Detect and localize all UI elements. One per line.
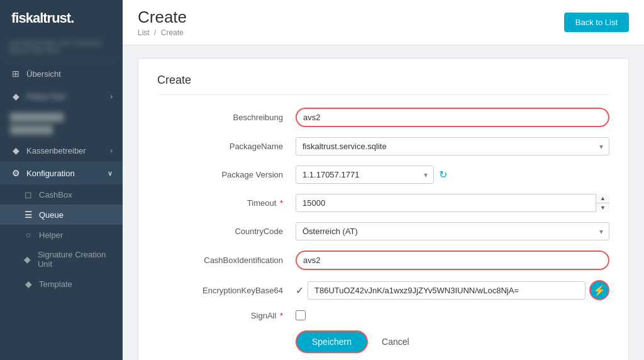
breadcrumb-current: Create bbox=[161, 28, 184, 37]
diamond-icon: ◆ bbox=[10, 91, 21, 101]
packagename-row: PackageName fiskaltrust.service.sqlite f… bbox=[157, 137, 609, 155]
required-marker: * bbox=[277, 311, 283, 320]
sidebar: fiskaltrust. user@example.com Company Na… bbox=[0, 0, 123, 360]
sidebar-item-label: Helper bbox=[39, 230, 63, 240]
required-marker: * bbox=[277, 198, 283, 208]
breadcrumb-separator: / bbox=[154, 28, 156, 37]
sidebar-item-uebersicht[interactable]: ⊞ Übersicht bbox=[0, 62, 123, 85]
sidebar-item-fiskal-tool[interactable]: ◆ Fiskal Tool › bbox=[0, 85, 123, 108]
cashbox-icon: ◻ bbox=[23, 189, 34, 200]
beschreibung-field-wrapper bbox=[296, 108, 609, 127]
sidebar-item-label: Konfiguration bbox=[26, 169, 75, 178]
beschreibung-row: Beschreibung bbox=[157, 108, 609, 127]
timeout-label: Timeout * bbox=[157, 198, 296, 208]
sidebar-item-queue[interactable]: ☰ Queue bbox=[0, 205, 123, 225]
sidebar-item-helper[interactable]: ○ Helper bbox=[0, 225, 123, 245]
back-to-list-button[interactable]: Back to List bbox=[564, 13, 629, 32]
sidebar-item-label: Queue bbox=[39, 210, 64, 220]
sidebar-item-label: Signature Creation Unit bbox=[38, 250, 113, 269]
package-version-select[interactable]: 1.1.17057.1771 1.0.16000.1000 bbox=[296, 166, 434, 184]
beschreibung-input[interactable] bbox=[296, 108, 609, 127]
checkmark-icon[interactable]: ✓ bbox=[296, 284, 304, 296]
number-spinners: ▲ ▼ bbox=[596, 194, 609, 212]
countrycode-label: CountryCode bbox=[157, 227, 296, 236]
countrycode-select[interactable]: Österreich (AT) Deutschland (DE) bbox=[296, 222, 609, 240]
timeout-input[interactable] bbox=[296, 194, 609, 212]
lightning-button[interactable]: ⚡ bbox=[589, 280, 609, 300]
cashbox-id-row: CashBoxIdentification bbox=[157, 250, 609, 270]
spin-up-button[interactable]: ▲ bbox=[596, 194, 609, 203]
version-select-wrapper: 1.1.17057.1771 1.0.16000.1000 ▾ bbox=[296, 166, 434, 184]
spin-down-button[interactable]: ▼ bbox=[596, 203, 609, 212]
sidebar-item-scu[interactable]: ◆ Signature Creation Unit bbox=[0, 245, 123, 274]
template-icon: ◆ bbox=[23, 279, 34, 289]
queue-icon: ☰ bbox=[23, 210, 34, 220]
form-actions: Speichern Cancel bbox=[157, 330, 609, 353]
sidebar-section-blurred: ██████████ ████████ bbox=[0, 108, 123, 139]
signall-row: SignAll * bbox=[157, 310, 609, 320]
main-area: Create List / Create Back to List Create… bbox=[123, 0, 644, 360]
content-area: Create Beschreibung PackageName fiskaltr… bbox=[123, 45, 644, 360]
sidebar-item-template[interactable]: ◆ Template bbox=[0, 274, 123, 294]
signall-checkbox[interactable] bbox=[296, 310, 306, 320]
save-button[interactable]: Speichern bbox=[296, 330, 368, 353]
timeout-row: Timeout * ▲ ▼ bbox=[157, 194, 609, 212]
countrycode-select-wrapper: Österreich (AT) Deutschland (DE) ▾ bbox=[296, 222, 609, 240]
packagename-select[interactable]: fiskaltrust.service.sqlite fiskaltrust.s… bbox=[296, 137, 609, 155]
packagename-select-wrapper: fiskaltrust.service.sqlite fiskaltrust.s… bbox=[296, 137, 609, 155]
scu-icon: ◆ bbox=[23, 254, 33, 264]
page-title: Create bbox=[138, 8, 187, 27]
sidebar-item-cashbox[interactable]: ◻ CashBox bbox=[0, 184, 123, 205]
version-wrapper: 1.1.17057.1771 1.0.16000.1000 ▾ ↻ bbox=[296, 166, 609, 184]
form-card-title: Create bbox=[157, 74, 609, 95]
cashbox-id-input[interactable] bbox=[296, 250, 609, 270]
chevron-right-icon: › bbox=[110, 147, 113, 154]
app-logo: fiskaltrust. bbox=[0, 0, 123, 34]
grid-icon: ⊞ bbox=[10, 69, 21, 79]
encryption-input[interactable] bbox=[308, 281, 586, 300]
user-block: user@example.com Company Name Role Here bbox=[0, 34, 123, 60]
gear-icon: ⚙ bbox=[10, 168, 21, 178]
helper-icon: ○ bbox=[23, 230, 34, 240]
sidebar-item-label: Fiskal Tool bbox=[26, 92, 65, 101]
sidebar-item-label: Kassenbetreiber bbox=[26, 146, 86, 155]
chevron-right-icon: › bbox=[110, 93, 113, 100]
encryption-wrapper: ✓ ⚡ bbox=[296, 280, 609, 300]
form-card: Create Beschreibung PackageName fiskaltr… bbox=[138, 58, 629, 360]
timeout-input-wrapper: ▲ ▼ bbox=[296, 194, 609, 212]
chevron-down-icon: ∨ bbox=[108, 169, 113, 177]
breadcrumb-list-link[interactable]: List bbox=[138, 28, 150, 37]
beschreibung-label: Beschreibung bbox=[157, 113, 296, 122]
encryption-label: EncryptionKeyBase64 bbox=[157, 286, 296, 295]
sidebar-item-label: Übersicht bbox=[26, 69, 61, 79]
packagename-label: PackageName bbox=[157, 142, 296, 151]
cancel-button[interactable]: Cancel bbox=[374, 332, 417, 352]
encryption-row: EncryptionKeyBase64 ✓ ⚡ bbox=[157, 280, 609, 300]
package-version-label: Package Version bbox=[157, 170, 296, 179]
sidebar-item-kassenbetreiber[interactable]: ◆ Kassenbetreiber › bbox=[0, 139, 123, 162]
countrycode-row: CountryCode Österreich (AT) Deutschland … bbox=[157, 222, 609, 240]
package-version-row: Package Version 1.1.17057.1771 1.0.16000… bbox=[157, 166, 609, 184]
breadcrumb: List / Create bbox=[138, 28, 187, 37]
signall-checkbox-wrapper bbox=[296, 310, 306, 320]
sidebar-item-konfiguration[interactable]: ⚙ Konfiguration ∨ bbox=[0, 162, 123, 184]
refresh-icon[interactable]: ↻ bbox=[439, 169, 447, 181]
sidebar-item-label: CashBox bbox=[39, 190, 72, 200]
page-header: Create List / Create bbox=[138, 8, 187, 37]
sidebar-item-label: Template bbox=[39, 279, 72, 289]
top-bar: Create List / Create Back to List bbox=[123, 0, 644, 45]
cashbox-id-label: CashBoxIdentification bbox=[157, 256, 296, 265]
signall-label: SignAll * bbox=[157, 311, 296, 320]
diamond2-icon: ◆ bbox=[10, 145, 21, 155]
cashbox-id-field-wrapper bbox=[296, 250, 609, 270]
